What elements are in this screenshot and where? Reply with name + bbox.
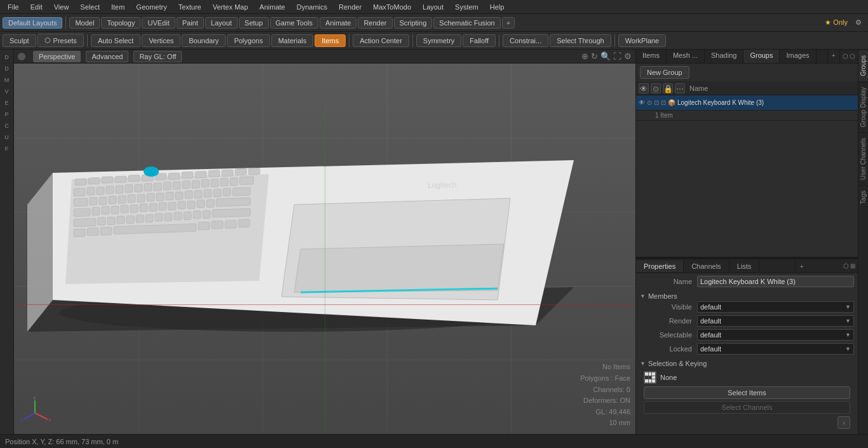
menu-system[interactable]: System	[450, 2, 484, 12]
symmetry-button[interactable]: Symmetry	[416, 34, 462, 47]
rp-expand-icon[interactable]: ⬡	[843, 53, 848, 60]
rp-tab-items[interactable]: Items	[636, 50, 667, 63]
menu-edit[interactable]: Edit	[25, 2, 48, 12]
left-strip-item7[interactable]: C	[2, 121, 12, 131]
list-eye-icon[interactable]: 👁	[639, 83, 649, 93]
left-strip-item6[interactable]: P	[2, 109, 12, 119]
list-render-icon[interactable]: ⊙	[651, 83, 661, 93]
left-strip-item[interactable]: D	[2, 52, 12, 62]
menu-layout[interactable]: Layout	[417, 2, 449, 12]
menu-view[interactable]: View	[49, 2, 74, 12]
sel-keying-section: ▼ Selection & Keying	[640, 357, 854, 369]
props-expand-icon[interactable]: ⬡	[843, 262, 849, 269]
tab-topology[interactable]: Topology	[101, 17, 140, 29]
members-arrow[interactable]: ▼	[640, 293, 646, 299]
boundary-button[interactable]: Boundary	[182, 34, 226, 47]
svg-rect-20	[87, 187, 95, 195]
tab-animate[interactable]: Animate	[320, 17, 356, 29]
list-more-icon[interactable]: ⋯	[675, 83, 685, 93]
rp-tab-plus[interactable]: +	[827, 50, 839, 63]
tab-render[interactable]: Render	[358, 17, 392, 29]
rvt-tags[interactable]: Tags	[858, 185, 868, 209]
name-input[interactable]	[697, 276, 854, 287]
tab-setup[interactable]: Setup	[239, 17, 269, 29]
tab-scripting[interactable]: Scripting	[394, 17, 433, 29]
viewport-canvas[interactable]: Logitech No Items Polygons : Face Channe…	[14, 64, 635, 434]
menu-item[interactable]: Item	[106, 2, 130, 12]
menu-geometry[interactable]: Geometry	[131, 2, 172, 12]
tab-model[interactable]: Model	[69, 17, 100, 29]
select-through-button[interactable]: Select Through	[550, 34, 611, 47]
menu-animate[interactable]: Animate	[254, 2, 290, 12]
tab-uvedit[interactable]: UVEdit	[142, 17, 175, 29]
left-strip-item2[interactable]: D	[2, 64, 12, 74]
left-strip-item5[interactable]: E	[2, 98, 12, 108]
left-strip-item8[interactable]: U	[2, 132, 12, 142]
rp-tab-images[interactable]: Images	[780, 50, 816, 63]
viewport-perspective-tab[interactable]: Perspective	[33, 51, 81, 62]
gear-icon[interactable]: ⚙	[851, 17, 865, 28]
materials-button[interactable]: Materials	[271, 34, 314, 47]
props-tab-channels[interactable]: Channels	[684, 261, 729, 272]
star-only-button[interactable]: ★ Only	[825, 18, 848, 27]
left-strip-item9[interactable]: F	[2, 144, 12, 154]
left-strip-item4[interactable]: V	[2, 86, 12, 97]
rp-tab-shading[interactable]: Shading	[705, 50, 743, 63]
viewport-advanced-tab[interactable]: Advanced	[86, 51, 128, 62]
left-strip-item3[interactable]: M	[2, 75, 12, 85]
sel-keying-arrow[interactable]: ▼	[640, 360, 646, 367]
viewport-raygl-tab[interactable]: Ray GL: Off	[133, 51, 182, 62]
rvt-user-channels[interactable]: User Channels	[858, 132, 868, 185]
presets-button[interactable]: ⬡ Presets	[37, 34, 84, 47]
viewport-settings-icon[interactable]: ⚙	[624, 51, 632, 61]
item-row-keyboard[interactable]: 👁 ⊙ ⊡ ⊡ 📦 Logitech Keyboard K White (3)	[636, 95, 858, 111]
menu-file[interactable]: File	[3, 2, 24, 12]
selectable-select[interactable]: default ▼	[697, 329, 854, 341]
items-button[interactable]: Items	[315, 34, 346, 47]
locked-select[interactable]: default ▼	[697, 343, 854, 355]
falloff-button[interactable]: Falloff	[463, 34, 496, 47]
visible-select[interactable]: default ▼	[697, 301, 854, 313]
vertices-button[interactable]: Vertices	[142, 34, 180, 47]
add-tab-button[interactable]: +	[502, 17, 515, 29]
props-tab-lists[interactable]: Lists	[729, 261, 760, 272]
viewport-rotate-icon[interactable]: ↻	[591, 51, 598, 61]
menu-maxtomodo[interactable]: MaxToModo	[368, 2, 416, 12]
menu-texture[interactable]: Texture	[173, 2, 207, 12]
menu-dynamics[interactable]: Dynamics	[292, 2, 332, 12]
select-items-button[interactable]: Select Items	[644, 386, 850, 399]
auto-select-button[interactable]: Auto Select	[91, 34, 140, 47]
props-tab-plus[interactable]: +	[795, 259, 807, 273]
viewport-zoom-icon[interactable]: 🔍	[600, 51, 611, 61]
select-channels-button[interactable]: Select Channels	[644, 401, 850, 414]
polygons-button[interactable]: Polygons	[227, 34, 269, 47]
menu-render[interactable]: Render	[334, 2, 367, 12]
viewport-transform-icon[interactable]: ⊕	[581, 51, 588, 61]
menu-vertexmap[interactable]: Vertex Map	[208, 2, 254, 12]
constraints-button[interactable]: Constrai...	[503, 34, 548, 47]
layout-dropdown[interactable]: Default Layouts	[3, 17, 62, 29]
rp-tab-mesh[interactable]: Mesh ...	[667, 50, 705, 63]
rp-tab-groups[interactable]: Groups	[743, 50, 780, 63]
action-center-button[interactable]: Action Center	[353, 34, 409, 47]
props-tab-properties[interactable]: Properties	[636, 261, 684, 272]
new-group-button[interactable]: New Group	[640, 66, 689, 79]
props-detach-icon[interactable]: ⊞	[850, 262, 855, 269]
viewport-pin[interactable]	[18, 53, 25, 60]
rvt-group-display[interactable]: Group Display	[858, 81, 868, 132]
menu-help[interactable]: Help	[485, 2, 510, 12]
sculpt-button[interactable]: Sculpt	[3, 34, 36, 47]
tab-layout[interactable]: Layout	[205, 17, 238, 29]
render-select[interactable]: default ▼	[697, 315, 854, 327]
viewport[interactable]: Perspective Advanced Ray GL: Off ⊕ ↻ 🔍 ⛶…	[14, 50, 635, 434]
list-lock-icon[interactable]: 🔒	[663, 83, 673, 93]
viewport-fit-icon[interactable]: ⛶	[613, 51, 621, 61]
menu-select[interactable]: Select	[75, 2, 105, 12]
rvt-groups[interactable]: Groups	[858, 50, 868, 81]
keying-arrow-button[interactable]: ›	[837, 416, 850, 429]
workplane-button[interactable]: WorkPlane	[618, 34, 667, 47]
rp-collapse-icon[interactable]: ⬡	[850, 53, 855, 60]
tab-paint[interactable]: Paint	[177, 17, 204, 29]
tab-gametools[interactable]: Game Tools	[270, 17, 319, 29]
tab-schematicfusion[interactable]: Schematic Fusion	[433, 17, 500, 29]
